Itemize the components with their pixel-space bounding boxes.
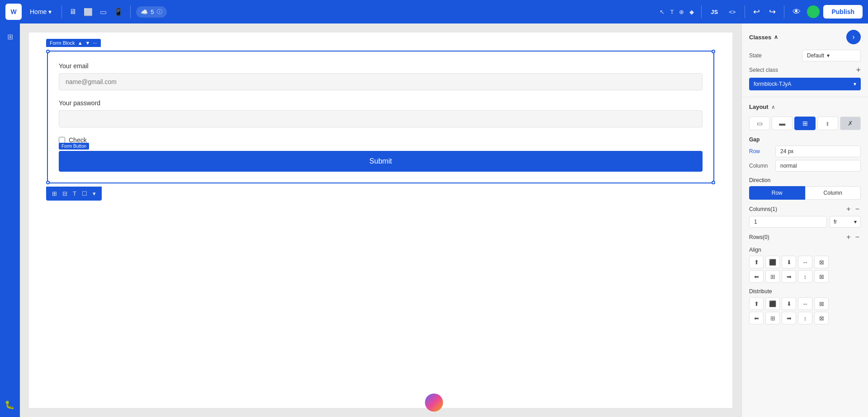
distribute-right-btn[interactable]: ➡ — [782, 312, 796, 324]
distribute-row2: ⬅ ⊞ ➡ ↕ ⊠ — [749, 312, 861, 324]
toolbar-grid-icon[interactable]: ⊞ — [50, 189, 59, 198]
align-top-btn[interactable]: ⬆ — [749, 256, 764, 268]
distribute-left-btn[interactable]: ⬅ — [749, 312, 764, 324]
columns-input-group: fr ▾ — [749, 216, 861, 228]
layout-chevron[interactable]: ∧ — [771, 104, 775, 110]
distribute-bottom-btn[interactable]: ⬇ — [782, 297, 796, 310]
corner-handle-br[interactable] — [712, 181, 715, 184]
cloud-badge[interactable]: ☁️ 5 ⓘ — [136, 6, 166, 18]
code-button[interactable]: <> — [725, 7, 739, 17]
redo-button[interactable]: ↪ — [766, 5, 778, 19]
logo-btn[interactable]: W — [5, 4, 22, 20]
email-input[interactable] — [59, 73, 703, 90]
classes-section: Classes ∧ › State Default ▾ Select class… — [742, 23, 868, 97]
cursor-tool[interactable]: ↖ — [658, 7, 666, 17]
rows-add-btn[interactable]: + — [845, 233, 852, 241]
distribute-top-btn[interactable]: ⬆ — [749, 297, 764, 310]
more-icon[interactable]: ··· — [93, 40, 97, 46]
cloud-icon: ☁️ — [141, 9, 148, 15]
direction-row-btn[interactable]: Row — [749, 186, 805, 200]
distribute-fill-btn[interactable]: ⊠ — [814, 312, 829, 324]
shape-tool[interactable]: ⊕ — [677, 7, 686, 17]
classes-chevron: ∧ — [774, 34, 778, 40]
distribute-vcenter-btn[interactable]: ⬛ — [765, 297, 780, 310]
panel-next-btn[interactable]: › — [846, 30, 861, 44]
display-inline-btn[interactable]: ⫾ — [817, 117, 838, 130]
tablet-icon[interactable]: ▭ — [98, 6, 108, 18]
align-section: Align ⬆ ⬛ ⬇ ↔ ⊠ ⬅ ⊞ ➡ ↕ ⊠ — [749, 247, 861, 283]
distribute-section: Distribute ⬆ ⬛ ⬇ ↔ ⊠ ⬅ ⊞ ➡ ↕ ⊠ — [749, 288, 861, 324]
toolbar-text-icon[interactable]: T — [71, 189, 79, 198]
class-chip[interactable]: formblock-TJyA ▾ — [749, 78, 861, 90]
align-vcenter-btn[interactable]: ⬛ — [765, 256, 780, 268]
submit-button[interactable]: Submit — [59, 151, 703, 172]
align-bottom-btn[interactable]: ⬇ — [782, 256, 796, 268]
distribute-hcenter-btn[interactable]: ⊞ — [765, 312, 780, 324]
rows-section: Rows(0) + − — [749, 233, 861, 241]
columns-remove-btn[interactable]: − — [854, 205, 861, 213]
align-vstretch-btn[interactable]: ⊠ — [814, 256, 829, 268]
form-btn-wrapper: Form Button Submit — [59, 151, 703, 172]
monitor-icon[interactable]: ⬜ — [82, 6, 94, 18]
password-input[interactable] — [59, 110, 703, 127]
home-menu[interactable]: Home ▾ — [25, 5, 56, 18]
display-flex-btn[interactable]: ▬ — [772, 117, 793, 130]
columns-add-btn[interactable]: + — [845, 205, 852, 213]
align-hcenter-btn[interactable]: ⊞ — [765, 270, 780, 283]
desktop-icon[interactable]: 🖥 — [67, 6, 78, 18]
user-avatar[interactable] — [807, 5, 820, 18]
align-right-btn[interactable]: ➡ — [782, 270, 796, 283]
home-label: Home — [30, 8, 47, 15]
corner-handle-bl[interactable] — [46, 181, 50, 184]
main-layout: ⊞ Form Block ▲ ▼ ··· — [0, 23, 868, 417]
align-row2: ⬅ ⊞ ➡ ↕ ⊠ — [749, 270, 861, 283]
distribute-hstretch-btn[interactable]: ↔ — [798, 297, 812, 310]
classes-title: Classes ∧ — [749, 34, 778, 41]
logo-text: W — [10, 8, 16, 15]
undo-button[interactable]: ↩ — [750, 5, 763, 19]
gap-column-value: normal — [775, 160, 861, 172]
gap-row-input[interactable] — [775, 145, 861, 157]
add-class-btn[interactable]: + — [856, 66, 861, 74]
state-select[interactable]: Default ▾ — [802, 50, 861, 61]
device-icons: 🖥 ⬜ ▭ 📱 — [67, 6, 125, 18]
toolbar-box-icon[interactable]: ⊟ — [60, 189, 70, 198]
classes-header: Classes ∧ › — [749, 30, 861, 44]
js-button[interactable]: JS — [707, 7, 722, 17]
home-chevron: ▾ — [48, 8, 52, 15]
move-up-icon[interactable]: ▲ — [78, 40, 83, 46]
preview-button[interactable]: 👁 — [790, 5, 803, 19]
component-tool[interactable]: ◆ — [688, 7, 696, 17]
topbar: W Home ▾ 🖥 ⬜ ▭ 📱 ☁️ 5 ⓘ ↖ T ⊕ ◆ JS <> ↩ … — [0, 0, 868, 23]
rows-controls: + − — [845, 233, 861, 241]
bug-icon[interactable]: 🐛 — [5, 400, 14, 410]
rows-remove-btn[interactable]: − — [854, 233, 861, 241]
columns-unit-select[interactable]: fr ▾ — [830, 216, 861, 228]
checkbox-input[interactable] — [59, 137, 65, 143]
state-chevron: ▾ — [827, 52, 830, 59]
gap-row-row: Row — [749, 145, 861, 157]
corner-handle-tl[interactable] — [46, 50, 50, 53]
layers-icon[interactable]: ⊞ — [4, 29, 17, 45]
move-down-icon[interactable]: ▼ — [85, 40, 90, 46]
align-vstretch2-btn[interactable]: ↕ — [798, 270, 812, 283]
form-content: Your email Your password Check — [48, 52, 713, 183]
align-fill-btn[interactable]: ⊠ — [814, 270, 829, 283]
display-none-btn[interactable]: ✗ — [840, 117, 861, 130]
mobile-icon[interactable]: 📱 — [112, 6, 125, 18]
distribute-vstretch-btn[interactable]: ⊠ — [814, 297, 829, 310]
distribute-vstretch2-btn[interactable]: ↕ — [798, 312, 812, 324]
toolbar-frame-icon[interactable]: ☐ — [80, 189, 90, 198]
ai-assistant-btn[interactable] — [425, 394, 443, 412]
align-hstretch-btn[interactable]: ↔ — [798, 256, 812, 268]
publish-button[interactable]: Publish — [823, 5, 863, 19]
text-tool[interactable]: T — [668, 7, 675, 17]
align-left-btn[interactable]: ⬅ — [749, 270, 764, 283]
toolbar-more-icon[interactable]: ▾ — [90, 189, 98, 198]
divider-5 — [784, 5, 784, 18]
columns-value-input[interactable] — [749, 216, 827, 228]
direction-column-btn[interactable]: Column — [805, 186, 861, 200]
corner-handle-tr[interactable] — [712, 50, 715, 53]
display-block-btn[interactable]: ▭ — [749, 117, 770, 130]
display-grid-btn[interactable]: ⊞ — [794, 117, 815, 130]
